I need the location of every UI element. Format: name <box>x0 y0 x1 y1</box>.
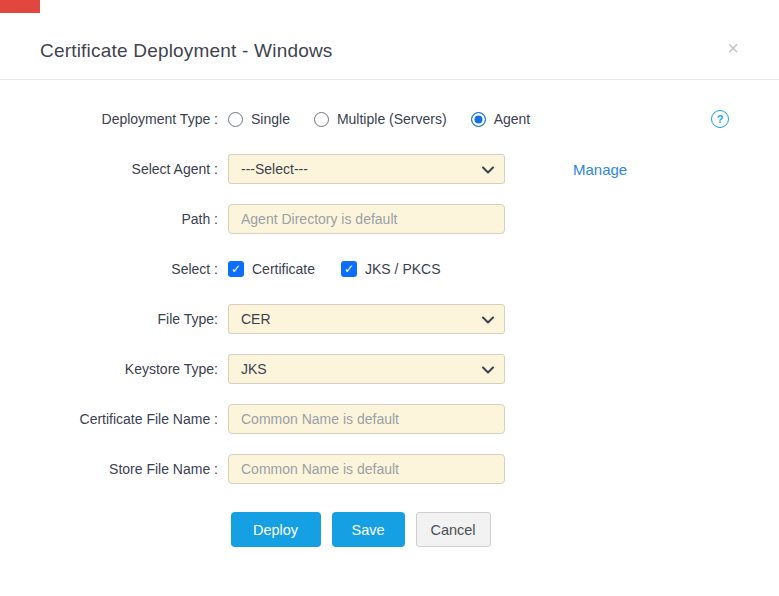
dialog-actions: Deploy Save Cancel <box>0 512 779 547</box>
radio-checked-icon <box>471 112 486 127</box>
close-icon[interactable]: × <box>727 38 739 58</box>
radio-multiple-servers-label: Multiple (Servers) <box>337 111 447 127</box>
row-select-checkboxes: Select : ✓ Certificate ✓ JKS / PKCS <box>0 254 779 284</box>
dialog-header: Certificate Deployment - Windows × <box>0 0 779 80</box>
deployment-type-options: Single Multiple (Servers) Agent <box>228 111 554 127</box>
certificate-file-name-input[interactable] <box>228 404 505 434</box>
checkbox-jks-pkcs[interactable]: ✓ JKS / PKCS <box>341 261 440 277</box>
file-type-label: File Type: <box>0 311 218 327</box>
radio-agent-label: Agent <box>494 111 531 127</box>
file-type-value: CER <box>241 311 271 327</box>
manage-link[interactable]: Manage <box>573 161 627 178</box>
radio-agent[interactable]: Agent <box>471 111 531 127</box>
path-input[interactable] <box>228 204 505 234</box>
page-corner-accent <box>0 0 40 13</box>
keystore-type-label: Keystore Type: <box>0 361 218 377</box>
radio-unchecked-icon <box>314 112 329 127</box>
store-file-name-input[interactable] <box>228 454 505 484</box>
select-agent-label: Select Agent : <box>0 161 218 177</box>
radio-single-label: Single <box>251 111 290 127</box>
keystore-type-dropdown[interactable]: JKS <box>228 354 505 384</box>
radio-unchecked-icon <box>228 112 243 127</box>
store-file-name-label: Store File Name : <box>0 461 218 477</box>
help-icon[interactable]: ? <box>711 110 729 128</box>
select-agent-dropdown[interactable]: ---Select--- <box>228 154 505 184</box>
row-path: Path : <box>0 204 779 234</box>
checkbox-certificate[interactable]: ✓ Certificate <box>228 261 315 277</box>
row-deployment-type: Deployment Type : Single Multiple (Serve… <box>0 104 779 134</box>
chevron-down-icon <box>482 316 494 324</box>
row-store-file-name: Store File Name : <box>0 454 779 484</box>
row-file-type: File Type: CER <box>0 304 779 334</box>
checkbox-jks-pkcs-label: JKS / PKCS <box>365 261 440 277</box>
save-button[interactable]: Save <box>332 512 405 547</box>
select-agent-value: ---Select--- <box>241 161 308 177</box>
checkbox-checked-icon: ✓ <box>228 261 244 277</box>
certificate-deployment-form: Deployment Type : Single Multiple (Serve… <box>0 80 779 547</box>
deploy-button[interactable]: Deploy <box>231 512 321 547</box>
row-certificate-file-name: Certificate File Name : <box>0 404 779 434</box>
certificate-file-name-label: Certificate File Name : <box>0 411 218 427</box>
dialog-title: Certificate Deployment - Windows <box>40 40 333 62</box>
row-keystore-type: Keystore Type: JKS <box>0 354 779 384</box>
cancel-button[interactable]: Cancel <box>416 512 491 547</box>
radio-single[interactable]: Single <box>228 111 290 127</box>
checkbox-certificate-label: Certificate <box>252 261 315 277</box>
chevron-down-icon <box>482 366 494 374</box>
row-select-agent: Select Agent : ---Select--- Manage <box>0 154 779 184</box>
deployment-type-label: Deployment Type : <box>0 111 218 127</box>
keystore-type-value: JKS <box>241 361 267 377</box>
select-label: Select : <box>0 261 218 277</box>
checkbox-checked-icon: ✓ <box>341 261 357 277</box>
chevron-down-icon <box>482 166 494 174</box>
path-label: Path : <box>0 211 218 227</box>
radio-multiple-servers[interactable]: Multiple (Servers) <box>314 111 447 127</box>
file-type-dropdown[interactable]: CER <box>228 304 505 334</box>
